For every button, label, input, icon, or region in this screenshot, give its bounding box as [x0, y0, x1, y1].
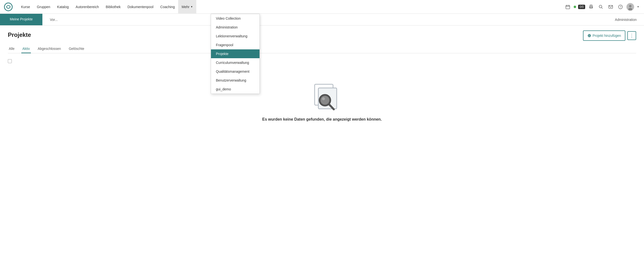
svg-text:?: ?: [620, 6, 622, 9]
add-project-button[interactable]: ⊕ Projekt hinzufügen: [583, 31, 626, 41]
nav-mehr[interactable]: Mehr ▼: [178, 0, 196, 14]
menu-item-curriculumverwaltung[interactable]: Curriculumverwaltung: [211, 58, 260, 67]
nav-gruppen[interactable]: Gruppen: [34, 0, 54, 14]
nav-katalog[interactable]: Katalog: [54, 0, 72, 14]
menu-item-administration[interactable]: Administration: [211, 23, 260, 32]
score-badge[interactable]: 0/0: [578, 5, 585, 9]
filter-tabs: Alle Aktiv Abgeschlossen Gelöschte: [8, 45, 636, 53]
navbar: Kurse Gruppen Katalog Autorenbereich Bib…: [0, 0, 644, 14]
mehr-caret-icon: ▼: [190, 6, 193, 8]
tab-vorlagen[interactable]: Vor...: [42, 14, 65, 25]
menu-item-gui-demo[interactable]: gui_demo: [211, 85, 260, 94]
search-icon[interactable]: [597, 3, 605, 11]
svg-point-20: [322, 97, 325, 100]
tab-administration[interactable]: Administration: [608, 14, 644, 25]
nav-dokumentenpool[interactable]: Dokumentenpool: [124, 0, 157, 14]
nav-kurse[interactable]: Kurse: [18, 0, 34, 14]
filter-area: [8, 59, 636, 63]
user-menu-caret-icon[interactable]: ▼: [636, 3, 640, 11]
main-content: Projekte ⊕ Projekt hinzufügen ⋮ Alle Akt…: [0, 26, 644, 137]
nav-bibliothek[interactable]: Bibliothek: [102, 0, 124, 14]
main-nav: Kurse Gruppen Katalog Autorenbereich Bib…: [18, 0, 564, 14]
svg-line-9: [602, 7, 603, 9]
print-icon[interactable]: [587, 3, 595, 11]
calendar-icon[interactable]: [564, 3, 572, 11]
menu-item-video-collection[interactable]: Video Collection: [211, 14, 260, 23]
nav-coaching[interactable]: Coaching: [157, 0, 178, 14]
help-icon[interactable]: ?: [616, 3, 624, 11]
svg-point-14: [629, 5, 632, 7]
tab-bar: Meine Projekte Vor... Administration: [0, 14, 644, 26]
menu-item-fragenpool[interactable]: Fragenpool: [211, 41, 260, 49]
mail-icon[interactable]: [607, 3, 614, 11]
plus-icon: ⊕: [588, 33, 591, 38]
empty-state: Es wurden keine Daten gefunden, die ange…: [8, 67, 636, 132]
svg-rect-6: [590, 5, 592, 6]
svg-point-19: [320, 96, 329, 105]
svg-rect-1: [566, 6, 570, 9]
status-dot-icon: [574, 6, 576, 8]
filter-abgeschlossen[interactable]: Abgeschlossen: [37, 45, 62, 53]
filter-alle[interactable]: Alle: [8, 45, 16, 53]
logo[interactable]: [4, 3, 13, 11]
svg-point-8: [599, 5, 602, 8]
select-all-checkbox[interactable]: [8, 59, 12, 63]
avatar[interactable]: [626, 3, 634, 11]
svg-point-0: [4, 3, 12, 11]
navbar-right: 0/0 ?: [564, 3, 640, 11]
nav-autorenbereich[interactable]: Autorenbereich: [72, 0, 102, 14]
tab-spacer: [65, 14, 608, 25]
menu-item-lektionenverwaltung[interactable]: Lektionenverwaltung: [211, 32, 260, 41]
filter-aktiv[interactable]: Aktiv: [21, 45, 31, 53]
no-data-illustration: [307, 82, 337, 111]
action-bar: ⊕ Projekt hinzufügen ⋮: [8, 31, 636, 41]
filter-geloschte[interactable]: Gelöschte: [68, 45, 85, 53]
mehr-dropdown: Video Collection Administration Lektione…: [211, 14, 260, 94]
no-data-message: Es wurden keine Daten gefunden, die ange…: [262, 117, 382, 121]
menu-item-qualitatsmanagement[interactable]: Qualitätsmanagement: [211, 67, 260, 76]
menu-item-benutzerverwaltung[interactable]: Benutzerverwaltung: [211, 76, 260, 85]
tab-meine-projekte[interactable]: Meine Projekte: [0, 14, 42, 25]
vertical-dots-icon: ⋮: [630, 33, 634, 38]
more-options-button[interactable]: ⋮: [627, 31, 636, 40]
svg-rect-7: [590, 7, 592, 8]
menu-item-projekte[interactable]: Projekte: [211, 49, 260, 58]
